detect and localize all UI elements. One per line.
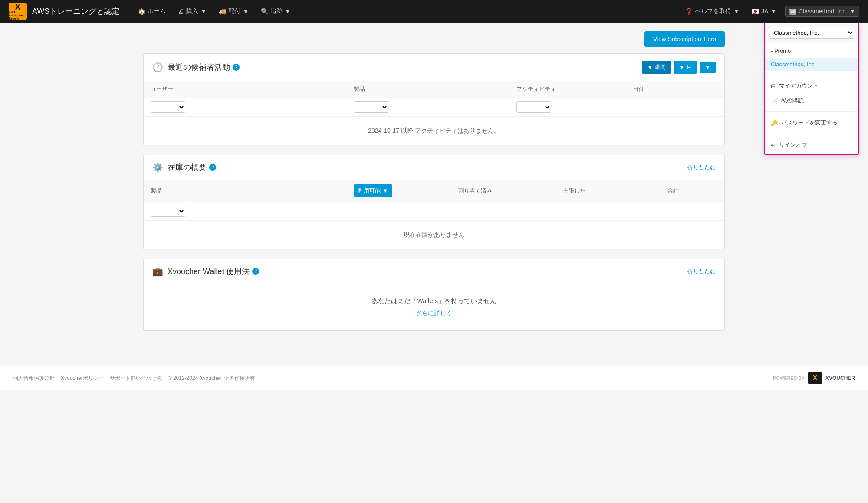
xvoucher-policy-link[interactable]: Xvoucherポリシー <box>61 375 104 382</box>
help-nav-item[interactable]: ❓ ヘルプを取得 ▼ <box>682 6 743 17</box>
change-password-menu-item[interactable]: 🔑 パスワードを変更する <box>765 115 858 130</box>
filter-row <box>144 98 724 117</box>
account-nav-item[interactable]: 🏢 Classmethod, Inc. ▼ <box>785 6 859 17</box>
inventory-card: ⚙️ 在庫の概要 ? 折りたたむ 製品 利用可能 ▼ <box>143 155 725 250</box>
language-label: JA <box>761 8 768 15</box>
recent-activity-help-icon[interactable]: ? <box>233 64 240 71</box>
col-product: 製品 <box>347 81 510 98</box>
nav-item-distribute[interactable]: 🚚 配付 ▼ <box>214 5 254 18</box>
chevron-down-icon-account: ▼ <box>849 8 855 15</box>
nav-right: ❓ ヘルプを取得 ▼ 🇯🇵 JA ▼ 🏢 Classmethod, Inc. ▼ <box>682 6 859 17</box>
language-nav-item[interactable]: 🇯🇵 JA ▼ <box>748 6 780 16</box>
wallet-title: Xvoucher Wallet 使用法 ? <box>168 266 259 277</box>
wallet-icon: 💼 <box>152 266 163 277</box>
home-icon: 🏠 <box>138 8 145 15</box>
top-nav: X AWS Authorized Reseller AWSトレーニングと認定 🏠… <box>0 0 868 23</box>
chevron-down-icon: ▼ <box>201 8 207 15</box>
empty-inventory-message: 現在在庫がありません <box>144 221 724 250</box>
footer-links: 個人情報保護方針 Xvoucherポリシー サポート問い合わせ先 © 2012-… <box>13 375 257 382</box>
org-dropdown: Classmethod, Inc. - Promo Classmethod, I… <box>764 23 859 155</box>
empty-inventory-row: 現在在庫がありません <box>144 221 724 250</box>
footer-logo-box: X <box>808 372 822 384</box>
account-name: Classmethod, Inc. <box>799 8 847 15</box>
dropdown-divider-1 <box>765 75 858 75</box>
footer-brand-text: XVOUCHER <box>825 375 855 381</box>
date-filter-cell <box>626 98 724 117</box>
nav-menu: 🏠 ホーム 🖨 購入 ▼ 🚚 配付 ▼ 🔍 追跡 ▼ <box>133 5 682 18</box>
dropdown-divider-3 <box>765 134 858 134</box>
document-icon: 📄 <box>771 98 778 104</box>
inventory-filter-select[interactable] <box>151 206 185 217</box>
chevron-down-icon-3: ▼ <box>285 8 291 15</box>
filter-more-button[interactable]: ▼ <box>700 62 716 73</box>
wallet-detail-link[interactable]: さらに詳しく <box>416 310 452 317</box>
col-activity: アクティビティ <box>510 81 626 98</box>
recent-activity-table-container: ユーザー 製品 アクティビティ 日付 <box>144 81 724 146</box>
nav-home-label: ホーム <box>148 7 166 15</box>
wallet-help-icon[interactable]: ? <box>252 268 259 275</box>
view-subscription-button[interactable]: View Subscription Tiers <box>644 31 725 47</box>
support-contact-link[interactable]: サポート問い合わせ先 <box>110 375 162 382</box>
key-icon: 🔑 <box>771 120 778 126</box>
top-actions: View Subscription Tiers <box>143 31 725 47</box>
chevron-down-icon-lang: ▼ <box>770 8 776 15</box>
inventory-col-claimed: 主張した <box>556 180 661 202</box>
filter-icon: ▼ <box>647 64 653 71</box>
sign-off-menu-item[interactable]: ↩ サインオフ <box>765 137 858 152</box>
nav-item-purchase[interactable]: 🖨 購入 ▼ <box>173 5 212 18</box>
inventory-filter-row <box>144 202 724 221</box>
nav-item-track[interactable]: 🔍 追跡 ▼ <box>256 5 296 18</box>
sign-off-label: サインオフ <box>779 141 807 149</box>
app-title: AWSトレーニングと認定 <box>32 6 120 16</box>
nav-distribute-label: 配付 <box>228 7 240 15</box>
user-filter-select[interactable] <box>151 101 185 113</box>
org-option-classmethod-item[interactable]: Classmethod, Inc. <box>765 58 858 71</box>
wallet-actions: 折りたたむ <box>687 268 716 275</box>
recent-activity-actions: ▼ 週間 ▼ 月 ▼ <box>642 61 716 74</box>
filter-month-button[interactable]: ▼ 月 <box>674 61 697 74</box>
my-purchases-menu-item[interactable]: 📄 私の購読 <box>765 93 858 108</box>
powered-by-text: POWERED BY <box>773 376 805 381</box>
inventory-actions: 折りたたむ <box>687 163 716 171</box>
inventory-col-total: 合計 <box>661 180 724 202</box>
filter-more-icon: ▼ <box>705 64 710 71</box>
org-dropdown-header: Classmethod, Inc. <box>765 23 858 42</box>
inventory-col-assigned: 割り当て済み <box>451 180 556 202</box>
inventory-help-icon[interactable]: ? <box>209 164 216 171</box>
available-label: 利用可能 <box>358 187 381 195</box>
available-filter-button[interactable]: 利用可能 ▼ <box>354 184 392 197</box>
privacy-policy-link[interactable]: 個人情報保護方針 <box>13 375 55 382</box>
logo-subtext: AWS Authorized Reseller <box>9 11 27 20</box>
nav-track-label: 追跡 <box>270 7 283 15</box>
chevron-down-icon-help: ▼ <box>733 8 740 15</box>
logo-x-letter: X <box>15 3 20 11</box>
copyright-text: © 2012-2024 Xvoucher, 全著作権所有. <box>168 375 257 382</box>
activity-filter-select[interactable] <box>516 101 551 113</box>
footer-logo: POWERED BY X XVOUCHER <box>773 372 855 384</box>
inventory-col-available: 利用可能 ▼ <box>347 180 451 202</box>
filter-week-button[interactable]: ▼ 週間 <box>642 61 671 74</box>
org-select[interactable]: Classmethod, Inc. <box>769 27 854 39</box>
col-user: ユーザー <box>144 81 347 98</box>
recent-activity-table: ユーザー 製品 アクティビティ 日付 <box>144 81 724 146</box>
logo-box: X AWS Authorized Reseller <box>9 3 27 20</box>
product-filter-select[interactable] <box>354 101 388 113</box>
search-icon: 🔍 <box>261 8 268 15</box>
org-option-promo[interactable]: - Promo <box>765 44 858 58</box>
my-account-menu-item[interactable]: ⊞ マイアカウント <box>765 78 858 93</box>
nav-item-home[interactable]: 🏠 ホーム <box>133 5 171 18</box>
dropdown-divider-2 <box>765 111 858 112</box>
help-label: ヘルプを取得 <box>695 7 731 15</box>
main-content: View Subscription Tiers 🕐 最近の候補者活動 ? ▼ 週… <box>130 23 738 348</box>
wallet-collapse-link[interactable]: 折りたたむ <box>687 268 716 275</box>
account-icon: 🏢 <box>789 8 796 15</box>
cart-icon: 🖨 <box>178 8 184 15</box>
user-filter-cell <box>144 98 347 117</box>
inventory-collapse-link[interactable]: 折りたたむ <box>687 163 716 171</box>
footer-logo-letter: X <box>813 374 818 382</box>
wallet-empty-message: あなたはまだ「Wallets」を持っていません <box>152 297 716 305</box>
clock-icon: 🕐 <box>152 62 163 72</box>
col-date: 日付 <box>626 81 724 98</box>
dropdown-menu-section-3: ↩ サインオフ <box>765 136 858 154</box>
logo-area: X AWS Authorized Reseller AWSトレーニングと認定 <box>9 3 120 20</box>
